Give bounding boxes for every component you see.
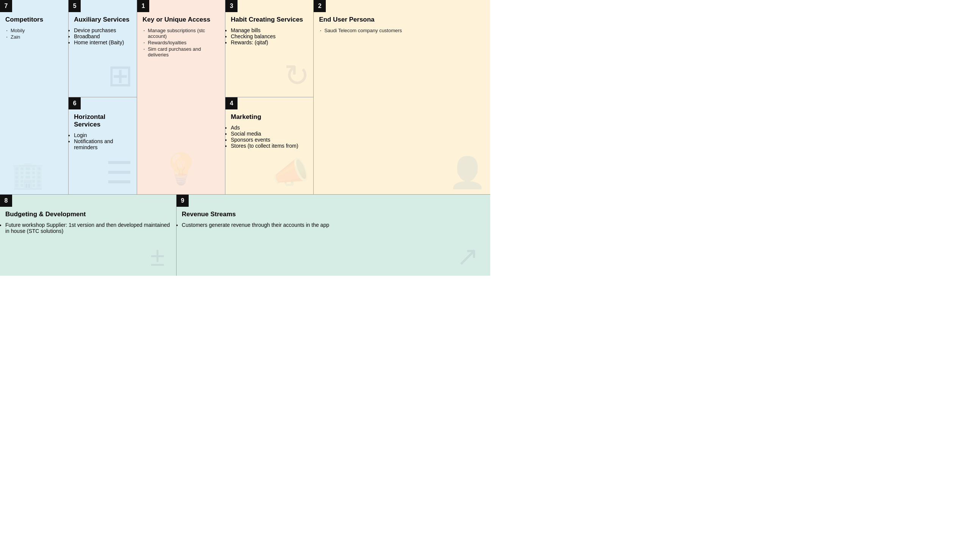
list-item: Rewards/loyalties — [142, 40, 220, 46]
list-key: Manage subscriptions (stc account) Rewar… — [142, 27, 220, 58]
cell-key: 1 Key or Unique Access Manage subscripti… — [137, 0, 225, 194]
badge-persona: 2 — [313, 0, 326, 12]
list-item: Notifications and reminders — [74, 138, 132, 150]
list-marketing: Ads Social media Sponsors events Stores … — [231, 125, 308, 149]
list-auxiliary: Device purchases Broadband Home internet… — [74, 27, 132, 46]
title-competitors: Competitors — [5, 16, 63, 24]
list-persona: Saudi Telecom company customers — [319, 27, 485, 34]
list-horizontal: Login Notifications and reminders — [74, 132, 132, 150]
list-habit: Manage bills Checking balances Rewards: … — [231, 27, 308, 46]
watermark-chart: ↗ — [457, 241, 479, 272]
list-item: Ads — [231, 125, 308, 131]
watermark-grid: ⊞ — [108, 58, 133, 93]
list-item: Social media — [231, 131, 308, 137]
title-horizontal: Horizontal Services — [74, 113, 132, 129]
list-item: Sim card purchases and deliveries — [142, 46, 220, 58]
title-revenue: Revenue Streams — [182, 211, 485, 218]
cell-auxiliary: 5 Auxiliary Services Device purchases Br… — [68, 0, 137, 97]
cell-marketing: 4 Marketing Ads Social media Sponsors ev… — [225, 97, 313, 194]
bottom-section: 8 Budgeting & Development Future worksho… — [0, 194, 490, 276]
cell-habit: 3 Habit Creating Services Manage bills C… — [225, 0, 313, 97]
list-item: Rewards: (qitaf) — [231, 40, 308, 46]
watermark-bulb: 💡 — [162, 151, 200, 187]
list-item: Saudi Telecom company customers — [319, 27, 485, 34]
badge-competitors: 7 — [0, 0, 12, 12]
list-item: Manage bills — [231, 27, 308, 33]
list-item: Mobily — [5, 27, 63, 34]
cell-revenue: 9 Revenue Streams Customers generate rev… — [177, 195, 490, 276]
list-item: Login — [74, 132, 132, 138]
canvas: 7 Competitors Mobily Zain 🏢 5 Auxiliary … — [0, 0, 490, 276]
col-aux-horiz: 5 Auxiliary Services Device purchases Br… — [68, 0, 137, 194]
badge-habit: 3 — [225, 0, 237, 12]
badge-auxiliary: 5 — [68, 0, 81, 12]
title-marketing: Marketing — [231, 113, 308, 121]
list-competitors: Mobily Zain — [5, 27, 63, 40]
list-item: Device purchases — [74, 27, 132, 33]
watermark-lines: ☰ — [106, 155, 133, 191]
list-item: Home internet (Baity) — [74, 40, 132, 46]
watermark-calc: ± — [150, 241, 164, 272]
list-item: Broadband — [74, 33, 132, 40]
cell-persona: 2 End User Persona Saudi Telecom company… — [313, 0, 490, 194]
top-section: 7 Competitors Mobily Zain 🏢 5 Auxiliary … — [0, 0, 490, 194]
badge-key: 1 — [137, 0, 149, 12]
badge-horizontal: 6 — [68, 97, 81, 110]
title-habit: Habit Creating Services — [231, 16, 308, 24]
list-revenue: Customers generate revenue through their… — [182, 222, 485, 228]
watermark-building: 🏢 — [11, 159, 45, 191]
col-habit-marketing: 3 Habit Creating Services Manage bills C… — [225, 0, 313, 194]
cell-horizontal: 6 Horizontal Services Login Notification… — [68, 97, 137, 194]
title-auxiliary: Auxiliary Services — [74, 16, 132, 24]
title-persona: End User Persona — [319, 16, 485, 24]
list-item: Stores (to collect items from) — [231, 143, 308, 149]
list-item: Zain — [5, 34, 63, 40]
title-key: Key or Unique Access — [142, 16, 220, 24]
list-item: Future workshop Supplier: 1st version an… — [5, 222, 171, 234]
list-budgeting: Future workshop Supplier: 1st version an… — [5, 222, 171, 234]
cell-budgeting: 8 Budgeting & Development Future worksho… — [0, 195, 177, 276]
list-item: Customers generate revenue through their… — [182, 222, 485, 228]
list-item: Sponsors events — [231, 137, 308, 143]
badge-marketing: 4 — [225, 97, 237, 110]
watermark-refresh: ↻ — [284, 58, 310, 93]
watermark-megaphone: 📣 — [272, 155, 310, 191]
badge-budgeting: 8 — [0, 195, 12, 207]
watermark-person: 👤 — [449, 155, 487, 191]
cell-competitors: 7 Competitors Mobily Zain 🏢 — [0, 0, 68, 194]
title-budgeting: Budgeting & Development — [5, 211, 171, 218]
list-item: Checking balances — [231, 33, 308, 40]
list-item: Manage subscriptions (stc account) — [142, 27, 220, 40]
badge-revenue: 9 — [177, 195, 189, 207]
